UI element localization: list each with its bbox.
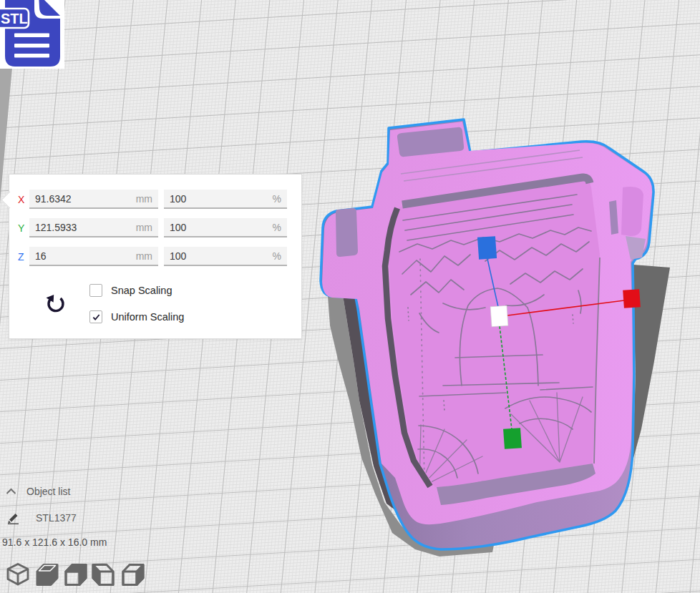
stl-logo-graphic: STL: [0, 0, 64, 69]
scale-x-mm-input[interactable]: [29, 190, 158, 207]
axis-x-label: X: [18, 194, 29, 205]
object-list-item[interactable]: STL1377: [7, 511, 77, 524]
gizmo-z-handle[interactable]: [477, 236, 497, 260]
object-item-name: STL1377: [36, 512, 77, 524]
cube-front-icon: [34, 562, 59, 587]
view-top-button[interactable]: [63, 562, 87, 587]
axis-y-label: Y: [18, 222, 29, 234]
reset-icon: [44, 291, 68, 315]
checkmark-icon: [92, 313, 100, 321]
view-orientation-toolbar: [6, 562, 145, 587]
scale-z-percent-input[interactable]: [164, 247, 287, 265]
gizmo-x-handle[interactable]: [623, 289, 641, 308]
cube-top-icon: [63, 562, 87, 587]
cube-left-icon: [92, 562, 116, 587]
stl-logo-label: STL: [1, 11, 28, 26]
chevron-up-icon: [6, 488, 16, 495]
document-lines: [14, 34, 49, 58]
view-right-button[interactable]: [120, 562, 145, 587]
snap-scaling-row: Snap Scaling: [89, 284, 172, 297]
edit-pencil-icon: [7, 511, 20, 524]
uniform-scaling-checkbox[interactable]: [89, 310, 102, 323]
right-bump-recess: [621, 187, 643, 236]
view-3d-button[interactable]: [6, 562, 30, 587]
scale-row-z: Z mm %: [18, 247, 287, 266]
view-left-button[interactable]: [92, 562, 116, 587]
3d-viewport[interactable]: STL X mm % Y mm: [0, 0, 700, 593]
snap-scaling-label: Snap Scaling: [111, 285, 172, 296]
gizmo-center-handle[interactable]: [490, 305, 508, 327]
scale-row-y: Y mm %: [18, 218, 287, 237]
scale-z-mm-input[interactable]: [29, 247, 158, 265]
scale-tool-panel: X mm % Y mm % Z mm: [9, 174, 302, 339]
gizmo-y-handle[interactable]: [503, 428, 522, 449]
cube-right-icon: [120, 562, 145, 587]
uniform-scaling-label: Uniform Scaling: [111, 311, 184, 323]
model-dimensions: 91.6 x 121.6 x 16.0 mm: [2, 536, 107, 548]
view-front-button[interactable]: [34, 562, 59, 587]
scale-y-mm-input[interactable]: [29, 218, 158, 236]
cube-3d-icon: [6, 562, 30, 587]
document-fold: [39, 0, 60, 16]
object-list-toggle[interactable]: Object list: [6, 486, 70, 497]
uniform-scaling-row: Uniform Scaling: [89, 310, 184, 323]
object-list-label: Object list: [26, 486, 70, 497]
snap-scaling-checkbox[interactable]: [89, 284, 102, 297]
scale-row-x: X mm %: [18, 190, 287, 209]
scale-x-percent-input[interactable]: [164, 190, 287, 207]
axis-z-label: Z: [18, 251, 29, 263]
stl-file-logo: STL: [0, 0, 64, 69]
scale-y-percent-input[interactable]: [164, 218, 287, 236]
reset-scale-button[interactable]: [44, 291, 68, 315]
